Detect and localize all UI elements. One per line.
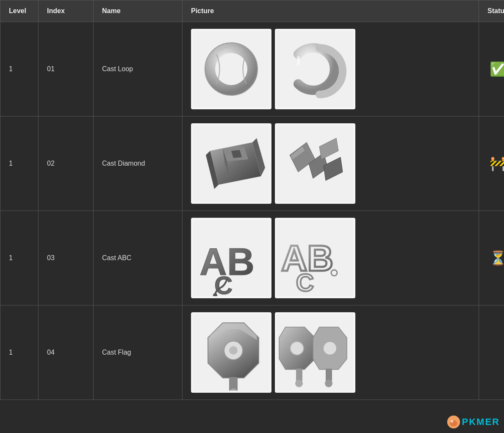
cell-level: 1 — [0, 22, 39, 117]
svg-text:C: C — [296, 269, 314, 296]
picture-2: AB C — [275, 218, 355, 298]
puzzle-table: Level Index Name Picture Status 1 01 Cas… — [0, 0, 504, 400]
watermark-text: PKMER — [462, 416, 500, 427]
picture-2 — [275, 123, 355, 204]
cell-index: 02 — [39, 117, 94, 211]
svg-point-39 — [323, 341, 337, 355]
cell-level: 1 — [0, 305, 39, 400]
svg-point-38 — [325, 380, 332, 387]
cell-level: 1 — [0, 117, 39, 211]
picture-1 — [191, 312, 271, 393]
cell-name: Cast ABC — [94, 211, 183, 305]
picture-2 — [275, 29, 355, 109]
header-level: Level — [0, 0, 39, 22]
picture-1 — [191, 29, 271, 109]
cell-name: Cast Loop — [94, 22, 183, 117]
cell-status: 🚧 — [479, 117, 504, 211]
cell-status: ✅ — [479, 22, 504, 117]
cell-name: Cast Flag — [94, 305, 183, 400]
table-header-row: Level Index Name Picture Status — [0, 0, 504, 22]
cell-index: 03 — [39, 211, 94, 305]
svg-point-31 — [229, 346, 238, 355]
header-picture: Picture — [183, 0, 479, 22]
table-row: 1 02 Cast Diamond — [0, 117, 504, 211]
table-row: 1 04 Cast Flag — [0, 305, 504, 400]
svg-rect-36 — [326, 369, 332, 381]
cell-index: 04 — [39, 305, 94, 400]
svg-point-40 — [290, 341, 304, 355]
cell-status: ⏳ — [479, 211, 504, 305]
picture-2 — [275, 312, 355, 393]
header-name: Name — [94, 0, 183, 22]
svg-rect-35 — [296, 369, 302, 381]
svg-point-37 — [295, 380, 303, 387]
svg-point-43 — [450, 420, 453, 422]
svg-text:C: C — [214, 271, 233, 296]
picture-1 — [191, 123, 271, 204]
picture-1: AB C — [191, 218, 271, 298]
cell-picture: AB C AB C — [183, 211, 479, 305]
cell-picture — [183, 305, 479, 400]
cell-index: 01 — [39, 22, 94, 117]
header-status: Status — [479, 0, 504, 22]
cell-name: Cast Diamond — [94, 117, 183, 211]
svg-point-41 — [447, 416, 460, 428]
cell-status — [479, 305, 504, 400]
table-row: 1 03 Cast ABC AB C AB C — [0, 211, 504, 305]
table-row: 1 01 Cast Loop — [0, 22, 504, 117]
svg-point-42 — [450, 420, 457, 426]
header-index: Index — [39, 0, 94, 22]
cell-picture — [183, 22, 479, 117]
cell-level: 1 — [0, 211, 39, 305]
cell-picture — [183, 117, 479, 211]
watermark: PKMER — [447, 415, 500, 429]
